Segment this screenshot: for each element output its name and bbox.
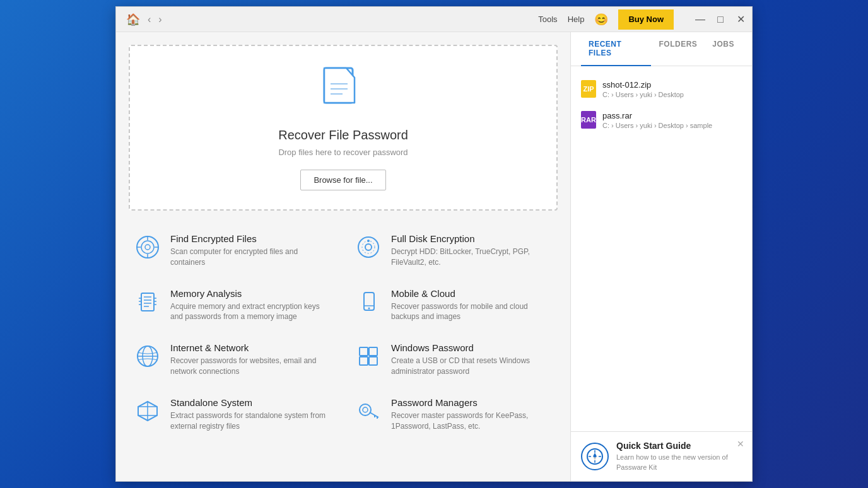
full-disk-text: Full Disk Encryption Decrypt HDD: BitLoc… <box>391 233 553 268</box>
windows-text: Windows Password Create a USB or CD that… <box>391 342 553 377</box>
quick-start-title: Quick Start Guide <box>616 441 742 451</box>
network-text: Internet & Network Recover passwords for… <box>170 342 332 377</box>
windows-title: Windows Password <box>391 342 553 353</box>
svg-rect-37 <box>369 357 377 365</box>
forward-icon[interactable]: › <box>158 14 161 25</box>
svg-point-43 <box>363 407 368 412</box>
network-desc: Recover passwords for websites, email an… <box>170 356 332 377</box>
password-managers-title: Password Managers <box>391 397 553 408</box>
file-icon-wrap <box>321 65 365 118</box>
windows-desc: Create a USB or CD that resets Windows a… <box>391 356 553 377</box>
maximize-button[interactable]: □ <box>714 13 727 26</box>
memory-title: Memory Analysis <box>170 288 332 299</box>
file-info-zip: sshot-012.zip C: › Users › yuki › Deskto… <box>602 80 684 98</box>
feature-grid: Find Encrypted Files Scan computer for e… <box>129 226 558 439</box>
standalone-text: Standalone System Extract passwords for … <box>170 397 332 432</box>
feature-item-full-disk[interactable]: Full Disk Encryption Decrypt HDD: BitLoc… <box>349 226 558 276</box>
file-document-icon <box>321 65 365 115</box>
windows-icon <box>355 342 382 370</box>
standalone-title: Standalone System <box>170 397 332 408</box>
password-managers-desc: Recover master passwords for KeePass, 1P… <box>391 410 553 432</box>
file-path-rar: C: › Users › yuki › Desktop › sample <box>602 122 712 129</box>
svg-point-42 <box>360 404 371 415</box>
svg-point-16 <box>367 240 370 242</box>
drop-zone-subtitle: Drop files here to recover password <box>278 148 408 157</box>
file-info-rar: pass.rar C: › Users › yuki › Desktop › s… <box>602 111 712 129</box>
tools-link[interactable]: Tools <box>538 15 557 24</box>
quick-start-wrapper: ✕ Quick Start Guide <box>571 431 752 481</box>
svg-rect-36 <box>360 357 368 365</box>
full-disk-desc: Decrypt HDD: BitLocker, TrueCrypt, PGP, … <box>391 247 553 268</box>
memory-desc: Acquire memory and extract encryption ke… <box>170 301 332 323</box>
feature-item-find-encrypted[interactable]: Find Encrypted Files Scan computer for e… <box>129 226 337 276</box>
network-title: Internet & Network <box>170 342 332 353</box>
browse-button[interactable]: Browse for file... <box>300 170 385 190</box>
tab-folders[interactable]: FOLDERS <box>651 32 705 66</box>
mobile-icon <box>355 288 382 316</box>
svg-rect-34 <box>360 347 368 356</box>
search-disk-icon <box>134 233 161 261</box>
file-name-rar: pass.rar <box>602 111 712 120</box>
title-bar: 🏠 ‹ › Tools Help 😊 Buy Now — □ ✕ <box>116 7 752 32</box>
svg-rect-17 <box>141 293 154 311</box>
right-panel: RECENT FILES FOLDERS JOBS ZIP sshot-012.… <box>570 32 752 481</box>
emoji-icon[interactable]: 😊 <box>594 13 608 26</box>
svg-point-30 <box>368 307 370 309</box>
file-path-zip: C: › Users › yuki › Desktop <box>602 91 684 98</box>
compass-icon <box>581 443 609 470</box>
feature-item-memory[interactable]: Memory Analysis Acquire memory and extra… <box>129 281 337 330</box>
app-window: 🏠 ‹ › Tools Help 😊 Buy Now — □ ✕ <box>115 6 753 482</box>
drop-zone[interactable]: Recover File Password Drop files here to… <box>129 45 558 211</box>
right-panel-tabs: RECENT FILES FOLDERS JOBS <box>571 32 752 66</box>
nav-area: 🏠 ‹ › <box>121 13 162 26</box>
main-layout: Recover File Password Drop files here to… <box>116 32 752 481</box>
minimize-button[interactable]: — <box>694 13 707 26</box>
quick-start-desc: Learn how to use the new version of Pass… <box>616 453 742 472</box>
password-managers-text: Password Managers Recover master passwor… <box>391 397 553 432</box>
disk-icon <box>355 233 382 261</box>
find-encrypted-title: Find Encrypted Files <box>170 233 332 244</box>
title-bar-actions: Tools Help 😊 Buy Now — □ ✕ <box>538 9 747 30</box>
memory-icon <box>134 288 161 316</box>
quick-start-text: Quick Start Guide Learn how to use the n… <box>616 441 742 472</box>
recent-file-item-rar[interactable]: RAR pass.rar C: › Users › yuki › Desktop… <box>571 105 752 136</box>
rar-icon: RAR <box>581 111 596 129</box>
help-link[interactable]: Help <box>568 15 585 24</box>
network-icon <box>134 342 161 370</box>
feature-item-network[interactable]: Internet & Network Recover passwords for… <box>129 335 337 385</box>
recent-files-list: ZIP sshot-012.zip C: › Users › yuki › De… <box>571 66 752 431</box>
mobile-desc: Recover passwords for mobile and cloud b… <box>391 301 553 323</box>
feature-item-windows[interactable]: Windows Password Create a USB or CD that… <box>349 335 558 385</box>
feature-item-mobile[interactable]: Mobile & Cloud Recover passwords for mob… <box>349 281 558 330</box>
mobile-text: Mobile & Cloud Recover passwords for mob… <box>391 288 553 323</box>
svg-point-7 <box>141 241 154 253</box>
mobile-title: Mobile & Cloud <box>391 288 553 299</box>
svg-rect-35 <box>369 347 377 356</box>
full-disk-title: Full Disk Encryption <box>391 233 553 244</box>
content-area: Recover File Password Drop files here to… <box>116 32 570 481</box>
tab-recent-files[interactable]: RECENT FILES <box>581 32 651 66</box>
cube-icon <box>134 397 161 425</box>
zip-icon: ZIP <box>581 80 596 98</box>
svg-point-8 <box>145 245 150 250</box>
svg-point-15 <box>362 241 375 253</box>
window-controls: — □ ✕ <box>694 13 747 26</box>
buy-now-button[interactable]: Buy Now <box>618 9 674 30</box>
memory-text: Memory Analysis Acquire memory and extra… <box>170 288 332 323</box>
recent-file-item[interactable]: ZIP sshot-012.zip C: › Users › yuki › De… <box>571 74 752 105</box>
back-icon[interactable]: ‹ <box>148 14 151 25</box>
find-encrypted-text: Find Encrypted Files Scan computer for e… <box>170 233 332 268</box>
drop-zone-title: Recover File Password <box>278 128 408 142</box>
feature-item-password-managers[interactable]: Password Managers Recover master passwor… <box>349 390 558 439</box>
tab-jobs[interactable]: JOBS <box>705 32 742 66</box>
key-icon <box>355 397 382 425</box>
feature-item-standalone[interactable]: Standalone System Extract passwords for … <box>129 390 337 439</box>
home-icon[interactable]: 🏠 <box>126 13 140 26</box>
quick-start-guide[interactable]: ✕ Quick Start Guide <box>571 431 752 481</box>
quick-start-close[interactable]: ✕ <box>737 439 744 449</box>
close-button[interactable]: ✕ <box>734 13 747 26</box>
standalone-desc: Extract passwords for standalone system … <box>170 410 332 432</box>
file-name-zip: sshot-012.zip <box>602 80 684 90</box>
find-encrypted-desc: Scan computer for encrypted files and co… <box>170 247 332 268</box>
svg-point-14 <box>365 244 372 250</box>
